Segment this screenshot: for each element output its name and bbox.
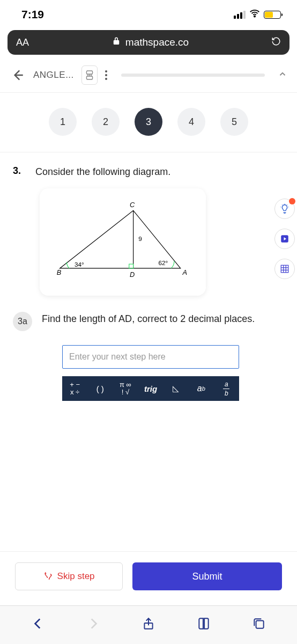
tb-fraction[interactable]: ab <box>214 376 239 401</box>
status-icons <box>234 8 281 21</box>
question-number: 3. <box>13 165 26 177</box>
tb-triangle[interactable]: ◺ <box>164 376 189 401</box>
status-time: 7:19 <box>21 8 44 21</box>
svg-text:62°: 62° <box>159 259 168 266</box>
status-bar: 7:19 <box>0 0 297 27</box>
breadcrumb[interactable]: ANGLE... <box>33 70 74 80</box>
step-nav: 1 2 3 4 5 <box>0 93 297 152</box>
svg-text:34°: 34° <box>75 261 84 268</box>
diagram-card: C B D A 9 34° 62° <box>40 188 206 296</box>
part-prompt: Find the length of AD, correct to 2 deci… <box>42 312 255 326</box>
skip-button[interactable]: Skip step <box>15 562 123 590</box>
part-badge: 3a <box>13 312 32 331</box>
step-5[interactable]: 5 <box>220 108 248 136</box>
battery-icon <box>264 11 281 19</box>
svg-text:A: A <box>182 268 187 276</box>
table-button[interactable] <box>274 259 295 279</box>
tb-operators[interactable]: + − x ÷ <box>62 376 87 401</box>
text-size-button[interactable]: AA <box>16 37 29 48</box>
video-button[interactable] <box>274 229 295 249</box>
step-1[interactable]: 1 <box>49 108 77 136</box>
math-toolbar: + − x ÷ ( ) π ∞ ! √ trig ◺ ab ab <box>62 376 239 401</box>
question-content: 3. Consider the following diagram. C B D… <box>0 152 297 401</box>
svg-rect-18 <box>256 620 263 628</box>
progress-bar <box>121 74 265 77</box>
lock-icon <box>112 36 121 49</box>
more-menu-button[interactable] <box>105 70 107 80</box>
tb-constants[interactable]: π ∞ ! √ <box>113 376 138 401</box>
chevron-up-icon[interactable] <box>278 69 287 81</box>
tb-exponent[interactable]: ab <box>189 376 214 401</box>
svg-rect-3 <box>129 264 133 268</box>
side-tools <box>274 199 295 279</box>
nav-forward-button[interactable] <box>84 614 103 633</box>
svg-text:C: C <box>130 201 135 209</box>
nav-share-button[interactable] <box>139 614 158 633</box>
answer-input[interactable] <box>62 345 239 369</box>
back-button[interactable] <box>10 67 26 83</box>
nav-back-button[interactable] <box>28 614 48 633</box>
question-prompt: Consider the following diagram. <box>35 165 170 179</box>
url-display[interactable]: mathspace.co <box>29 36 271 49</box>
tb-parentheses[interactable]: ( ) <box>87 376 113 401</box>
tb-trig[interactable]: trig <box>138 376 163 401</box>
scroll-button[interactable] <box>81 65 98 85</box>
submit-button[interactable]: Submit <box>132 562 282 590</box>
url-text: mathspace.co <box>125 36 189 48</box>
action-bar: Skip step Submit <box>0 551 297 590</box>
app-header: ANGLE... <box>0 58 297 93</box>
wifi-icon <box>249 8 261 21</box>
nav-bookmarks-button[interactable] <box>194 614 213 633</box>
browser-nav <box>0 605 297 644</box>
svg-point-0 <box>254 16 255 17</box>
refresh-button[interactable] <box>271 36 281 48</box>
nav-tabs-button[interactable] <box>249 614 269 633</box>
hint-button[interactable] <box>274 199 295 219</box>
step-2[interactable]: 2 <box>92 108 120 136</box>
triangle-diagram: C B D A 9 34° 62° <box>49 198 196 286</box>
svg-text:9: 9 <box>138 235 142 242</box>
step-3[interactable]: 3 <box>135 108 162 136</box>
svg-rect-12 <box>281 265 288 273</box>
url-bar[interactable]: AA mathspace.co <box>8 30 289 55</box>
svg-text:D: D <box>130 270 135 279</box>
step-4[interactable]: 4 <box>177 108 205 136</box>
svg-text:B: B <box>57 268 62 276</box>
signal-icon <box>234 11 246 19</box>
